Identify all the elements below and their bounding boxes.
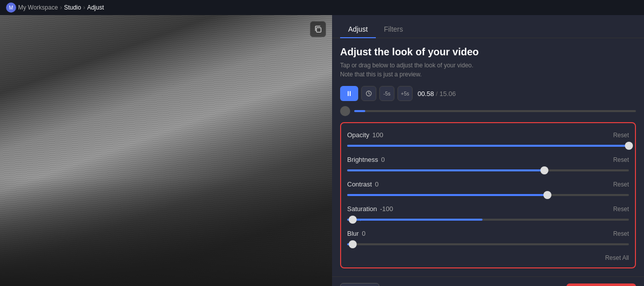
- subtitle-line1: Tap or drag below to adjust the look of …: [340, 62, 473, 69]
- contrast-header: Contrast 0 Reset: [347, 180, 629, 188]
- brightness-slider-row: Brightness 0 Reset: [347, 154, 629, 177]
- brightness-label: Brightness: [347, 156, 378, 163]
- blur-slider-row: Blur 0 Reset: [347, 228, 629, 251]
- contrast-track: [347, 194, 629, 196]
- rewind-button[interactable]: [361, 86, 376, 101]
- brightness-value: 0: [381, 156, 384, 163]
- opacity-thumb[interactable]: [625, 142, 633, 150]
- playback-controls: ⏸ -5s +5s 00.58 / 15.06: [340, 86, 636, 101]
- brightness-track: [347, 169, 629, 171]
- brightness-fill: [347, 169, 544, 171]
- reset-all-button[interactable]: Reset All: [605, 254, 629, 261]
- saturation-header: Saturation -100 Reset: [347, 205, 629, 213]
- contrast-value: 0: [375, 180, 378, 188]
- back5-button[interactable]: -5s: [379, 86, 394, 101]
- breadcrumb-sep2: ›: [83, 4, 85, 11]
- video-canvas: [0, 15, 332, 286]
- avatar: M: [6, 3, 16, 13]
- forward5-label: +5s: [401, 91, 409, 97]
- opacity-header: Opacity 100 Reset: [347, 131, 629, 139]
- subtitle-line2: Note that this is just a preview.: [340, 71, 422, 78]
- saturation-track-wrap[interactable]: ←: [347, 215, 629, 225]
- brightness-reset-button[interactable]: Reset: [613, 156, 629, 163]
- sliders-section: Opacity 100 Reset: [340, 122, 636, 268]
- blur-value: 0: [362, 230, 365, 237]
- saturation-label: Saturation: [347, 205, 377, 213]
- opacity-track-wrap[interactable]: [347, 141, 629, 151]
- time-current: 00.58: [418, 90, 434, 98]
- opacity-track: [347, 145, 629, 147]
- panel-subtitle: Tap or drag below to adjust the look of …: [340, 61, 636, 79]
- brightness-track-wrap[interactable]: [347, 165, 629, 175]
- opacity-label: Opacity: [347, 131, 369, 139]
- blur-reset-button[interactable]: Reset: [613, 230, 629, 237]
- play-pause-button[interactable]: ⏸: [340, 86, 358, 101]
- blur-thumb[interactable]: [349, 240, 357, 248]
- breadcrumb-sep1: ›: [60, 4, 62, 11]
- panel-content: Adjust the look of your video Tap or dra…: [332, 38, 644, 276]
- progress-track[interactable]: [354, 110, 636, 112]
- blur-header: Blur 0 Reset: [347, 230, 629, 237]
- progress-fill: [354, 110, 365, 112]
- adjust-panel: Adjust Filters Adjust the look of your v…: [332, 15, 644, 286]
- reset-all-row: Reset All: [347, 252, 629, 261]
- copy-frame-button[interactable]: [310, 21, 326, 37]
- tabs-bar: Adjust Filters: [332, 15, 644, 38]
- saturation-slider-row: Saturation -100 Reset ←: [347, 203, 629, 227]
- breadcrumb-adjust[interactable]: Adjust: [87, 4, 104, 11]
- contrast-reset-button[interactable]: Reset: [613, 181, 629, 188]
- opacity-reset-button[interactable]: Reset: [613, 132, 629, 139]
- opacity-value: 100: [372, 131, 383, 139]
- time-total: 15.06: [439, 90, 456, 98]
- action-bar: Cancel Done Adjusting ›: [332, 276, 644, 286]
- saturation-thumb[interactable]: [349, 216, 357, 224]
- time-sep: /: [436, 90, 438, 98]
- tab-adjust[interactable]: Adjust: [340, 21, 376, 38]
- brightness-thumb[interactable]: [540, 166, 548, 174]
- brightness-header: Brightness 0 Reset: [347, 156, 629, 163]
- contrast-track-wrap[interactable]: [347, 190, 629, 200]
- contrast-label: Contrast: [347, 180, 372, 188]
- progress-row: [340, 106, 636, 116]
- forward5-button[interactable]: +5s: [397, 86, 413, 101]
- done-adjusting-button[interactable]: Done Adjusting ›: [567, 283, 636, 286]
- svg-rect-0: [316, 28, 321, 32]
- breadcrumb-studio[interactable]: Studio: [64, 4, 81, 11]
- playback-toggle[interactable]: [340, 106, 350, 116]
- blur-label: Blur: [347, 230, 359, 237]
- saturation-reset-button[interactable]: Reset: [613, 206, 629, 213]
- saturation-fill: [347, 219, 482, 221]
- saturation-track: [347, 219, 629, 221]
- video-preview: [0, 15, 332, 286]
- saturation-value: -100: [380, 205, 393, 213]
- tab-filters[interactable]: Filters: [376, 21, 411, 38]
- blur-track-wrap[interactable]: [347, 239, 629, 249]
- video-panel: [0, 15, 332, 286]
- breadcrumb-workspace[interactable]: My Workspace: [18, 4, 58, 11]
- main-layout: Adjust Filters Adjust the look of your v…: [0, 15, 644, 286]
- topbar: M My Workspace › Studio › Adjust: [0, 0, 644, 15]
- back5-label: -5s: [383, 91, 390, 97]
- opacity-fill: [347, 145, 629, 147]
- contrast-fill: [347, 194, 547, 196]
- breadcrumb: My Workspace › Studio › Adjust: [18, 4, 104, 11]
- contrast-thumb[interactable]: [543, 191, 551, 199]
- panel-title: Adjust the look of your video: [340, 46, 636, 58]
- contrast-slider-row: Contrast 0 Reset: [347, 178, 629, 202]
- time-display: 00.58 / 15.06: [418, 90, 456, 98]
- cancel-button[interactable]: Cancel: [340, 283, 379, 286]
- opacity-slider-row: Opacity 100 Reset: [347, 129, 629, 153]
- blur-track: [347, 243, 629, 245]
